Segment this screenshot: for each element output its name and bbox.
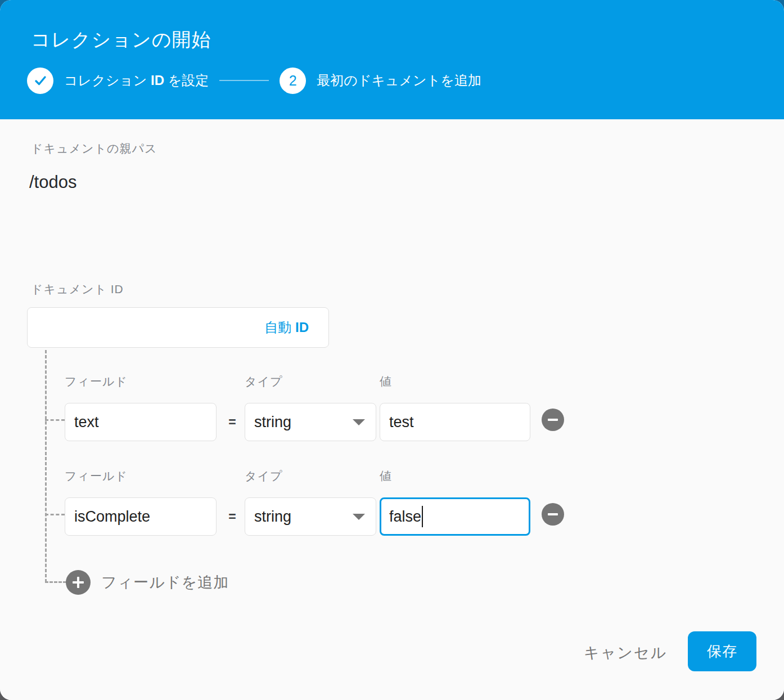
parent-path-label: ドキュメントの親パス: [31, 141, 157, 156]
row1-value-input[interactable]: [380, 403, 530, 441]
step1-indicator: [27, 68, 53, 94]
row1-type-selected-value: string: [254, 414, 291, 431]
tree-line-row2: [45, 514, 65, 515]
step2-number: 2: [289, 73, 297, 89]
dialog-title: コレクションの開始: [31, 27, 211, 53]
step1-label-after: を設定: [164, 73, 209, 88]
auto-id-text: 自動: [264, 318, 295, 336]
row1-field-column-label: フィールド: [65, 374, 128, 389]
row2-equals-sign: =: [224, 497, 241, 536]
check-icon: [33, 73, 48, 88]
step1-label-bold: ID: [151, 73, 164, 88]
minus-icon: [548, 513, 558, 515]
row2-type-select[interactable]: string: [245, 497, 376, 536]
step1-label-text: コレクション: [64, 73, 151, 88]
stepper: コレクション ID を設定 2 最初のドキュメントを追加: [27, 67, 481, 94]
tree-line-vertical: [45, 350, 47, 582]
tree-line-addfield: [45, 581, 66, 583]
document-id-field: 自動 ID: [27, 307, 329, 348]
modal-backdrop: コレクションの開始 コレクション ID を設定 2 最初のドキュメントを追加 ド…: [0, 0, 784, 700]
tree-line-row1: [45, 419, 65, 421]
row2-type-column-label: タイプ: [245, 468, 282, 484]
auto-id-button[interactable]: 自動 ID: [261, 307, 312, 348]
save-button[interactable]: 保存: [688, 631, 756, 671]
cancel-button[interactable]: キャンセル: [574, 634, 677, 671]
row2-field-name-input[interactable]: [65, 497, 217, 536]
text-cursor: [422, 506, 423, 527]
add-field-label: フィールドを追加: [101, 572, 229, 593]
row1-equals-sign: =: [224, 403, 241, 441]
plus-icon: [73, 577, 84, 588]
row2-field-column-label: フィールド: [65, 468, 128, 484]
auto-id-bold: ID: [295, 320, 309, 335]
add-field-button[interactable]: フィールドを追加: [66, 569, 229, 595]
row1-field-name-input[interactable]: [65, 403, 217, 441]
start-collection-dialog: コレクションの開始 コレクション ID を設定 2 最初のドキュメントを追加 ド…: [0, 0, 784, 700]
row2-type-selected-value: string: [254, 508, 291, 526]
row1-remove-field-button[interactable]: [542, 409, 564, 431]
dialog-header: コレクションの開始 コレクション ID を設定 2 最初のドキュメントを追加: [0, 0, 784, 119]
row1-value-column-label: 値: [380, 374, 392, 389]
step-connector-line: [219, 80, 269, 81]
step2-indicator: 2: [280, 68, 306, 94]
parent-path-value: /todos: [29, 172, 76, 192]
add-circle: [66, 570, 91, 595]
dropdown-arrow-icon: [353, 419, 365, 425]
row2-value-input[interactable]: false: [380, 497, 530, 536]
step2-label: 最初のドキュメントを追加: [317, 71, 481, 89]
minus-icon: [548, 419, 558, 421]
row2-value-column-label: 値: [380, 468, 392, 484]
row1-type-column-label: タイプ: [245, 374, 282, 389]
step1-label: コレクション ID を設定: [64, 71, 209, 89]
document-id-label: ドキュメント ID: [31, 281, 124, 297]
dialog-body: ドキュメントの親パス /todos ドキュメント ID 自動 ID フィールド …: [0, 119, 784, 700]
row2-remove-field-button[interactable]: [542, 503, 564, 526]
row2-value-text: false: [389, 508, 421, 526]
row1-type-select[interactable]: string: [245, 403, 376, 441]
dropdown-arrow-icon: [353, 514, 365, 520]
